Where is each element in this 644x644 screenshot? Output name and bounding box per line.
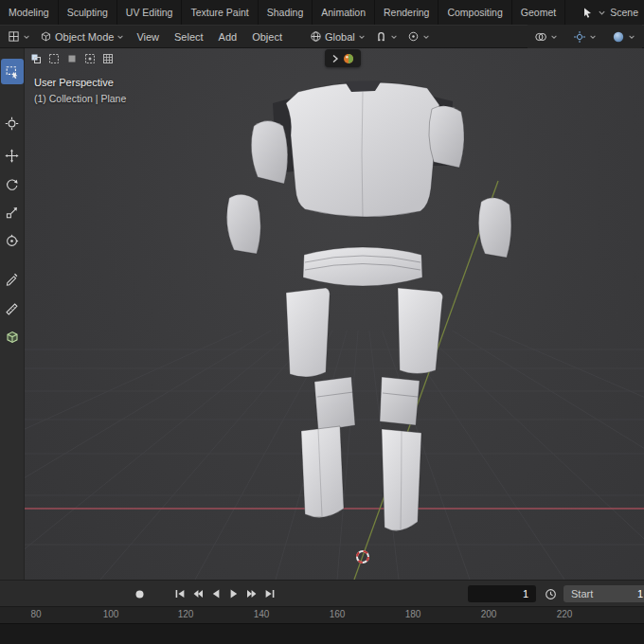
mode-dropdown[interactable]: Object Mode <box>35 28 129 45</box>
menu-view[interactable]: View <box>129 28 167 45</box>
menu-add[interactable]: Add <box>211 28 245 45</box>
select-mode-new-icon[interactable] <box>29 52 43 65</box>
workspace-tab-texture-paint[interactable]: Texture Paint <box>182 0 258 25</box>
select-mode-icons <box>29 52 115 65</box>
select-mode-intersect-icon[interactable] <box>101 52 115 65</box>
current-frame-value: 1 <box>523 588 528 599</box>
menu-select[interactable]: Select <box>167 28 211 45</box>
workspace-tab-animation[interactable]: Animation <box>313 0 375 25</box>
snapping-dropdown[interactable] <box>370 28 402 45</box>
viewport-canvas[interactable] <box>25 48 644 580</box>
magnet-icon <box>375 30 387 43</box>
orientation-label: Global <box>325 31 355 43</box>
editor-type-button[interactable] <box>3 28 35 45</box>
gizmo-icon <box>573 30 586 44</box>
ruler-mark: 100 <box>103 609 119 619</box>
start-value: 1 <box>637 588 643 599</box>
ruler-mark: 160 <box>330 609 346 619</box>
timeline-ruler[interactable]: 80 100 120 140 160 180 200 220 <box>0 606 644 623</box>
start-label: Start <box>571 588 593 599</box>
frame-start-field[interactable]: Start 1 <box>564 585 644 602</box>
select-box-tool[interactable] <box>1 59 24 84</box>
cursor-tool[interactable] <box>2 113 23 134</box>
tool-shelf <box>0 48 25 580</box>
material-preview-sphere-icon <box>343 53 354 64</box>
scene-selector[interactable]: Scene <box>572 0 644 25</box>
ruler-mark: 80 <box>30 609 41 619</box>
move-tool[interactable] <box>2 145 23 166</box>
measure-tool[interactable] <box>2 298 23 319</box>
gizmos-dropdown[interactable] <box>568 28 601 45</box>
chevron-down-icon <box>23 33 30 41</box>
ruler-mark: 220 <box>557 609 573 619</box>
workspace-tab-geometry[interactable]: Geomet <box>512 0 565 25</box>
workspace-tab-sculpting[interactable]: Sculpting <box>59 0 117 25</box>
blender-window: Modeling Sculpting UV Editing Texture Pa… <box>0 0 644 644</box>
scale-tool[interactable] <box>2 202 23 223</box>
jump-to-end-button[interactable] <box>261 585 278 602</box>
workspace-tab-shading[interactable]: Shading <box>259 0 313 25</box>
view-perspective-label: User Perspective <box>34 77 114 88</box>
annotate-tool[interactable] <box>2 268 23 289</box>
select-mode-extend-icon[interactable] <box>47 52 61 65</box>
show-overlays-dropdown[interactable] <box>529 28 563 45</box>
rotate-tool[interactable] <box>2 173 23 194</box>
workspace-tab-rendering[interactable]: Rendering <box>375 0 438 25</box>
transform-tool[interactable] <box>2 230 23 251</box>
select-mode-invert-icon[interactable] <box>83 52 97 65</box>
app-cursor-icon <box>581 7 594 19</box>
menu-object[interactable]: Object <box>244 28 290 45</box>
chevron-right-icon <box>331 54 339 63</box>
axis-y-line <box>354 181 498 580</box>
proportional-circle-icon <box>407 30 420 43</box>
chevron-down-icon <box>422 33 430 41</box>
playback-controls <box>171 585 278 602</box>
ruler-mark: 200 <box>481 609 497 619</box>
editor-grid-icon <box>8 30 20 43</box>
workspace-tab-uv-editing[interactable]: UV Editing <box>117 0 183 25</box>
expand-panel-button[interactable] <box>325 49 361 67</box>
ruler-mark: 180 <box>405 609 421 619</box>
ruler-mark: 140 <box>254 609 270 619</box>
chevron-down-icon <box>598 9 606 17</box>
workspace-tabbar: Modeling Sculpting UV Editing Texture Pa… <box>0 0 644 25</box>
current-frame-field[interactable]: 1 <box>468 585 536 602</box>
object-mode-icon <box>40 30 52 43</box>
chevron-down-icon <box>589 33 597 41</box>
play-button[interactable] <box>225 585 242 602</box>
workspace-tab-modeling[interactable]: Modeling <box>0 0 59 25</box>
prev-keyframe-button[interactable] <box>189 585 206 602</box>
chevron-down-icon <box>116 33 124 41</box>
viewport-shading-dropdown[interactable] <box>607 28 640 45</box>
chevron-down-icon <box>628 33 635 41</box>
playback-clock-icon[interactable] <box>543 586 558 601</box>
globe-icon <box>310 30 322 43</box>
scene-name[interactable]: Scene <box>610 7 638 18</box>
armor-model[interactable] <box>226 80 511 530</box>
jump-to-start-button[interactable] <box>171 585 188 602</box>
chevron-down-icon <box>550 33 558 41</box>
chevron-down-icon <box>390 33 398 41</box>
chevron-down-icon <box>358 33 366 41</box>
next-keyframe-button[interactable] <box>243 585 260 602</box>
viewport-3d[interactable]: User Perspective (1) Collection | Plane <box>25 48 644 580</box>
viewport-header-right <box>528 25 642 48</box>
select-mode-subtract-icon[interactable] <box>65 52 79 65</box>
auto-keying-record-button[interactable] <box>133 587 147 601</box>
ruler-mark: 120 <box>178 609 194 619</box>
proportional-editing-dropdown[interactable] <box>402 28 435 45</box>
main-area: User Perspective (1) Collection | Plane <box>0 48 644 580</box>
play-reverse-button[interactable] <box>207 585 224 602</box>
add-cube-tool[interactable] <box>2 327 23 348</box>
mode-label: Object Mode <box>55 31 114 43</box>
workspace-tab-compositing[interactable]: Compositing <box>438 0 511 25</box>
collection-breadcrumb: (1) Collection | Plane <box>34 93 126 104</box>
orientation-dropdown[interactable]: Global <box>305 28 370 45</box>
shading-sphere-icon <box>612 30 625 44</box>
status-bar <box>0 623 644 644</box>
timeline-bar: 1 Start 1 <box>0 580 644 606</box>
overlays-icon <box>534 30 547 44</box>
